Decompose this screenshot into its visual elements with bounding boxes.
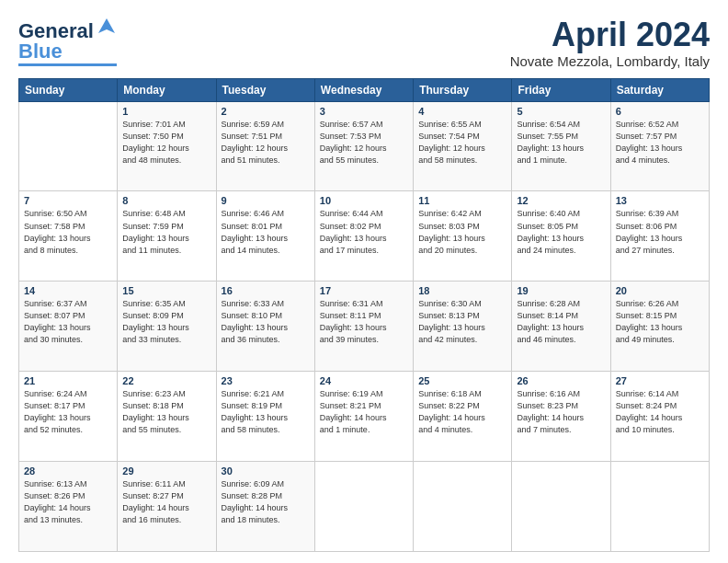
- day-number: 5: [517, 106, 605, 117]
- day-info: Sunrise: 6:48 AMSunset: 7:59 PMDaylight:…: [122, 208, 210, 256]
- day-info: Sunrise: 7:01 AMSunset: 7:50 PMDaylight:…: [122, 119, 210, 167]
- day-number: 22: [122, 375, 210, 386]
- day-number: 20: [616, 285, 704, 296]
- day-info: Sunrise: 6:55 AMSunset: 7:54 PMDaylight:…: [418, 119, 506, 167]
- day-info: Sunrise: 6:23 AMSunset: 8:18 PMDaylight:…: [122, 388, 210, 436]
- calendar-cell: 13Sunrise: 6:39 AMSunset: 8:06 PMDayligh…: [610, 191, 709, 282]
- day-number: 29: [122, 465, 210, 477]
- day-number: 11: [418, 195, 506, 206]
- day-number: 12: [517, 195, 605, 206]
- day-info: Sunrise: 6:50 AMSunset: 7:58 PMDaylight:…: [24, 208, 112, 256]
- day-number: 27: [616, 375, 704, 386]
- day-number: 25: [418, 375, 506, 386]
- day-info: Sunrise: 6:42 AMSunset: 8:03 PMDaylight:…: [418, 208, 506, 256]
- calendar-cell: 19Sunrise: 6:28 AMSunset: 8:14 PMDayligh…: [512, 282, 610, 372]
- column-header-monday: Monday: [118, 78, 216, 101]
- day-info: Sunrise: 6:26 AMSunset: 8:15 PMDaylight:…: [616, 298, 704, 346]
- day-number: 15: [122, 285, 210, 296]
- day-number: 10: [320, 195, 408, 206]
- logo-bird-icon: [97, 17, 117, 37]
- calendar-cell: [19, 101, 118, 191]
- column-header-friday: Friday: [512, 78, 610, 101]
- day-info: Sunrise: 6:31 AMSunset: 8:11 PMDaylight:…: [320, 298, 408, 346]
- day-number: 9: [222, 195, 310, 206]
- calendar-cell: 12Sunrise: 6:40 AMSunset: 8:05 PMDayligh…: [512, 191, 610, 282]
- day-number: 16: [222, 285, 310, 296]
- title-block: April 2024 Novate Mezzola, Lombardy, Ita…: [510, 17, 710, 69]
- day-number: 2: [222, 106, 310, 117]
- calendar-cell: 11Sunrise: 6:42 AMSunset: 8:03 PMDayligh…: [414, 191, 512, 282]
- calendar-cell: 16Sunrise: 6:33 AMSunset: 8:10 PMDayligh…: [216, 282, 314, 372]
- day-info: Sunrise: 6:13 AMSunset: 8:26 PMDaylight:…: [24, 478, 112, 526]
- day-info: Sunrise: 6:39 AMSunset: 8:06 PMDaylight:…: [616, 208, 704, 256]
- column-header-saturday: Saturday: [610, 78, 709, 101]
- day-number: 8: [122, 195, 210, 206]
- calendar-cell: [512, 462, 610, 552]
- calendar-cell: 22Sunrise: 6:23 AMSunset: 8:18 PMDayligh…: [118, 372, 216, 462]
- day-number: 7: [24, 195, 112, 206]
- day-info: Sunrise: 6:57 AMSunset: 7:53 PMDaylight:…: [320, 119, 408, 167]
- day-info: Sunrise: 6:40 AMSunset: 8:05 PMDaylight:…: [517, 208, 605, 256]
- calendar-cell: 20Sunrise: 6:26 AMSunset: 8:15 PMDayligh…: [610, 282, 709, 372]
- logo-blue: Blue: [18, 41, 63, 62]
- calendar-cell: 2Sunrise: 6:59 AMSunset: 7:51 PMDaylight…: [216, 101, 314, 191]
- day-number: 17: [320, 285, 408, 296]
- day-info: Sunrise: 6:52 AMSunset: 7:57 PMDaylight:…: [616, 119, 704, 167]
- day-number: 21: [24, 375, 112, 386]
- calendar-cell: 10Sunrise: 6:44 AMSunset: 8:02 PMDayligh…: [314, 191, 413, 282]
- svg-marker-0: [98, 18, 115, 33]
- calendar-cell: 28Sunrise: 6:13 AMSunset: 8:26 PMDayligh…: [19, 462, 118, 552]
- calendar-week-row: 21Sunrise: 6:24 AMSunset: 8:17 PMDayligh…: [19, 372, 710, 462]
- day-number: 26: [517, 375, 605, 386]
- day-info: Sunrise: 6:28 AMSunset: 8:14 PMDaylight:…: [517, 298, 605, 346]
- day-info: Sunrise: 6:18 AMSunset: 8:22 PMDaylight:…: [418, 388, 506, 436]
- logo-underline: [18, 63, 117, 66]
- calendar-cell: 14Sunrise: 6:37 AMSunset: 8:07 PMDayligh…: [19, 282, 118, 372]
- day-number: 24: [320, 375, 408, 386]
- calendar-cell: [610, 462, 709, 552]
- calendar-cell: 3Sunrise: 6:57 AMSunset: 7:53 PMDaylight…: [314, 101, 413, 191]
- page: General Blue April 2024 Novate Mezzola, …: [0, 0, 728, 563]
- day-info: Sunrise: 6:14 AMSunset: 8:24 PMDaylight:…: [616, 388, 704, 436]
- day-number: 30: [222, 465, 310, 477]
- calendar-cell: 8Sunrise: 6:48 AMSunset: 7:59 PMDaylight…: [118, 191, 216, 282]
- calendar-cell: 26Sunrise: 6:16 AMSunset: 8:23 PMDayligh…: [512, 372, 610, 462]
- column-header-tuesday: Tuesday: [216, 78, 314, 101]
- day-number: 6: [616, 106, 704, 117]
- calendar-week-row: 1Sunrise: 7:01 AMSunset: 7:50 PMDaylight…: [19, 101, 710, 191]
- calendar-cell: 7Sunrise: 6:50 AMSunset: 7:58 PMDaylight…: [19, 191, 118, 282]
- day-number: 13: [616, 195, 704, 206]
- calendar-cell: 5Sunrise: 6:54 AMSunset: 7:55 PMDaylight…: [512, 101, 610, 191]
- day-info: Sunrise: 6:24 AMSunset: 8:17 PMDaylight:…: [24, 388, 112, 436]
- day-number: 3: [320, 106, 408, 117]
- column-header-thursday: Thursday: [414, 78, 512, 101]
- calendar-cell: 29Sunrise: 6:11 AMSunset: 8:27 PMDayligh…: [118, 462, 216, 552]
- day-number: 19: [517, 285, 605, 296]
- column-header-wednesday: Wednesday: [314, 78, 413, 101]
- calendar-cell: 17Sunrise: 6:31 AMSunset: 8:11 PMDayligh…: [314, 282, 413, 372]
- day-info: Sunrise: 6:59 AMSunset: 7:51 PMDaylight:…: [222, 119, 310, 167]
- calendar-cell: 9Sunrise: 6:46 AMSunset: 8:01 PMDaylight…: [216, 191, 314, 282]
- day-info: Sunrise: 6:19 AMSunset: 8:21 PMDaylight:…: [320, 388, 408, 436]
- logo: General Blue: [18, 17, 117, 66]
- day-info: Sunrise: 6:11 AMSunset: 8:27 PMDaylight:…: [122, 478, 210, 526]
- calendar-cell: [414, 462, 512, 552]
- calendar-cell: 23Sunrise: 6:21 AMSunset: 8:19 PMDayligh…: [216, 372, 314, 462]
- header: General Blue April 2024 Novate Mezzola, …: [18, 17, 710, 69]
- day-info: Sunrise: 6:21 AMSunset: 8:19 PMDaylight:…: [222, 388, 310, 436]
- day-info: Sunrise: 6:46 AMSunset: 8:01 PMDaylight:…: [222, 208, 310, 256]
- calendar-table: SundayMondayTuesdayWednesdayThursdayFrid…: [18, 78, 710, 552]
- calendar-cell: [314, 462, 413, 552]
- day-info: Sunrise: 6:44 AMSunset: 8:02 PMDaylight:…: [320, 208, 408, 256]
- calendar-cell: 4Sunrise: 6:55 AMSunset: 7:54 PMDaylight…: [414, 101, 512, 191]
- day-info: Sunrise: 6:16 AMSunset: 8:23 PMDaylight:…: [517, 388, 605, 436]
- calendar-week-row: 28Sunrise: 6:13 AMSunset: 8:26 PMDayligh…: [19, 462, 710, 552]
- logo-general: General: [18, 21, 94, 41]
- day-info: Sunrise: 6:54 AMSunset: 7:55 PMDaylight:…: [517, 119, 605, 167]
- day-number: 18: [418, 285, 506, 296]
- location-title: Novate Mezzola, Lombardy, Italy: [510, 53, 710, 69]
- calendar-week-row: 14Sunrise: 6:37 AMSunset: 8:07 PMDayligh…: [19, 282, 710, 372]
- day-number: 14: [24, 285, 112, 296]
- day-info: Sunrise: 6:35 AMSunset: 8:09 PMDaylight:…: [122, 298, 210, 346]
- day-number: 28: [24, 465, 112, 477]
